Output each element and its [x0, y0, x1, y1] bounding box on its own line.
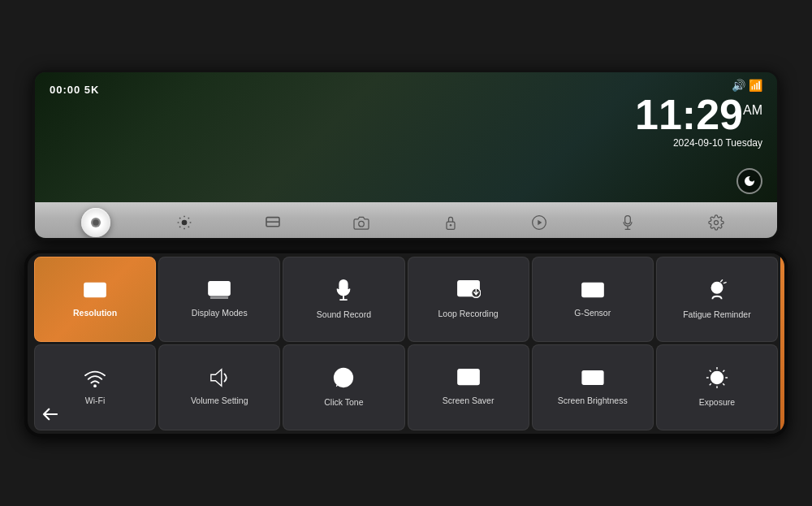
svg-line-50 [710, 370, 711, 372]
brightness-button[interactable] [170, 208, 199, 237]
recording-info: 00:00 5K [50, 84, 99, 96]
screen-saver-label: Screen Saver [443, 396, 495, 406]
svg-line-41 [589, 374, 590, 374]
svg-line-43 [596, 374, 597, 374]
setting-sound-record[interactable]: Sound Record [283, 257, 404, 343]
record-button[interactable] [81, 208, 110, 237]
svg-point-5 [359, 221, 365, 227]
svg-point-12 [715, 220, 719, 224]
svg-point-1 [93, 219, 99, 226]
settings-button[interactable] [702, 208, 731, 237]
svg-line-42 [596, 381, 597, 382]
fatigue-reminder-label: Fatigue Reminder [683, 309, 750, 320]
setting-loop-recording[interactable]: Loop Recording [408, 257, 529, 343]
loop-recording-icon [456, 279, 481, 304]
volume-icon: 🔊 [732, 79, 745, 92]
setting-click-tone[interactable]: Click Tone [283, 344, 404, 430]
setting-volume[interactable]: Volume Setting [158, 344, 280, 430]
wifi-icon [84, 368, 106, 391]
volume-setting-icon [208, 368, 231, 391]
clock-area: 🔊 📶 11:29AM 2024-09-10 Tuesday [635, 79, 762, 149]
svg-point-2 [182, 219, 188, 225]
loop-recording-label: Loop Recording [438, 309, 499, 319]
exposure-label: Exposure [699, 397, 735, 408]
svg-point-28 [714, 287, 715, 288]
setting-g-sensor[interactable]: G-Sensor [532, 257, 654, 343]
clock-date: 2024-09-10 Tuesday [635, 137, 762, 149]
mic-button[interactable] [613, 208, 642, 237]
setting-display-modes[interactable]: Display Modes [158, 257, 280, 343]
svg-rect-9 [625, 215, 631, 223]
svg-line-51 [723, 384, 724, 386]
click-tone-icon [332, 366, 355, 392]
setting-fatigue-reminder[interactable]: Fatigue Reminder [656, 257, 778, 343]
g-sensor-icon [581, 280, 605, 303]
svg-point-15 [91, 289, 93, 291]
wifi-label: Wi-Fi [85, 396, 106, 406]
resolution-icon [83, 280, 107, 303]
sound-record-icon [334, 279, 353, 305]
bottom-settings-display: Resolution Display Modes [24, 250, 788, 437]
svg-point-27 [711, 283, 722, 293]
fatigue-reminder-icon [706, 279, 728, 305]
click-tone-label: Click Tone [324, 397, 363, 408]
svg-rect-20 [210, 296, 228, 299]
svg-rect-14 [89, 286, 102, 293]
right-accent-bar [780, 253, 784, 434]
screen-brightness-icon [581, 368, 605, 391]
toolbar [35, 202, 777, 240]
sound-record-label: Sound Record [317, 309, 371, 320]
screen-saver-icon: Z [456, 368, 481, 391]
volume-setting-label: Volume Setting [191, 396, 248, 406]
display-modes-icon [207, 280, 231, 303]
settings-grid: Resolution Display Modes [28, 253, 784, 434]
svg-rect-26 [582, 283, 603, 297]
back-button[interactable] [38, 402, 63, 426]
lock-button[interactable] [436, 208, 465, 237]
svg-line-53 [710, 384, 711, 386]
setting-screen-saver[interactable]: Z Screen Saver [408, 344, 529, 430]
screen-brightness-label: Screen Brightness [558, 396, 628, 406]
display-button[interactable] [258, 208, 287, 237]
setting-exposure[interactable]: Exposure [656, 344, 778, 430]
g-sensor-label: G-Sensor [574, 308, 611, 318]
svg-point-36 [590, 375, 595, 381]
setting-wifi[interactable]: Wi-Fi [34, 344, 156, 430]
svg-point-32 [342, 376, 347, 381]
wifi-status-icon: 📶 [749, 79, 762, 92]
resolution-label: Resolution [73, 308, 117, 318]
svg-text:Z: Z [464, 371, 471, 384]
playback-button[interactable] [525, 208, 554, 237]
top-mirror-display: 00:00 5K 🔊 📶 11:29AM 2024-09-10 Tuesday [32, 70, 780, 240]
setting-resolution[interactable]: Resolution [34, 257, 156, 343]
photo-button[interactable] [347, 208, 376, 237]
clock-display: 11:29AM [635, 93, 762, 136]
svg-point-29 [719, 287, 720, 288]
svg-point-30 [93, 385, 97, 388]
exposure-icon [706, 366, 728, 392]
mirror-screen: 00:00 5K 🔊 📶 11:29AM 2024-09-10 Tuesday [35, 72, 777, 202]
setting-screen-brightness[interactable]: Screen Brightness [532, 344, 654, 430]
svg-line-52 [723, 370, 724, 372]
svg-line-44 [589, 381, 590, 382]
svg-point-7 [449, 224, 451, 227]
night-mode-button[interactable] [736, 168, 762, 194]
display-modes-label: Display Modes [192, 308, 248, 318]
